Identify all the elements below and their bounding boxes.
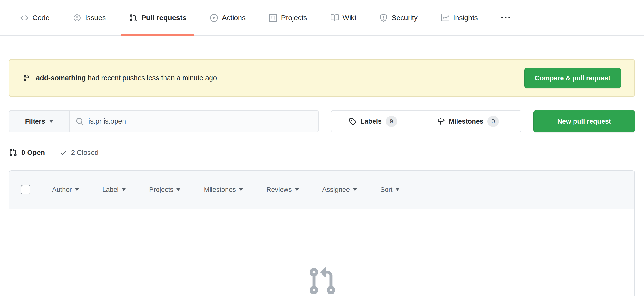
sort-filter[interactable]: Sort — [380, 186, 400, 194]
filters-dropdown-button[interactable]: Filters — [9, 110, 70, 132]
open-prs-link[interactable]: 0 Open — [9, 148, 45, 157]
new-pull-request-button[interactable]: New pull request — [534, 110, 635, 132]
triangle-down-icon — [295, 189, 299, 191]
pr-list-header: Author Label Projects Milestones Reviews… — [9, 171, 634, 209]
tab-actions[interactable]: Actions — [202, 0, 254, 35]
milestones-filter-label: Milestones — [204, 186, 236, 194]
labels-label: Labels — [360, 118, 382, 125]
closed-prs-link[interactable]: 2 Closed — [60, 149, 98, 157]
git-pull-request-icon — [307, 266, 337, 296]
empty-state — [307, 266, 337, 296]
tab-code[interactable]: Code — [12, 0, 58, 35]
book-icon — [331, 14, 338, 22]
label-filter-label: Label — [102, 186, 119, 194]
milestones-label: Milestones — [449, 118, 484, 125]
milestones-count-badge: 0 — [488, 116, 499, 127]
author-filter-label: Author — [52, 186, 72, 194]
milestones-button[interactable]: Milestones 0 — [415, 111, 521, 132]
labels-button[interactable]: Labels 9 — [331, 111, 415, 132]
tab-wiki[interactable]: Wiki — [323, 0, 364, 35]
sort-filter-label: Sort — [380, 186, 392, 194]
branch-name: add-something — [36, 74, 86, 82]
tab-projects[interactable]: Projects — [261, 0, 315, 35]
compare-pull-request-button[interactable]: Compare & pull request — [524, 68, 621, 88]
reviews-filter-label: Reviews — [266, 186, 292, 194]
triangle-down-icon — [396, 189, 400, 191]
projects-filter-label: Projects — [149, 186, 173, 194]
search-icon — [76, 117, 84, 125]
check-icon — [60, 149, 67, 156]
search-box — [70, 110, 319, 132]
nav-overflow-button[interactable] — [494, 0, 518, 35]
tab-pull-requests[interactable]: Pull requests — [121, 0, 194, 35]
assignee-filter-label: Assignee — [322, 186, 350, 194]
open-count-label: 0 Open — [21, 149, 45, 157]
git-pull-request-icon — [129, 14, 137, 22]
triangle-down-icon — [75, 189, 79, 191]
tab-insights[interactable]: Insights — [433, 0, 486, 35]
filters-label: Filters — [25, 118, 45, 125]
milestone-icon — [437, 118, 445, 125]
select-all-checkbox[interactable] — [21, 185, 30, 194]
tab-issues[interactable]: Issues — [65, 0, 114, 35]
kebab-horizontal-icon — [501, 13, 510, 22]
tab-actions-label: Actions — [222, 14, 246, 22]
tag-icon — [349, 118, 356, 125]
shield-icon — [380, 14, 388, 22]
recent-push-message: add-something had recent pushes less tha… — [23, 74, 217, 82]
tab-projects-label: Projects — [281, 14, 307, 22]
graph-icon — [441, 14, 449, 22]
tab-wiki-label: Wiki — [342, 14, 356, 22]
recent-push-banner: add-something had recent pushes less tha… — [9, 59, 635, 97]
assignee-filter[interactable]: Assignee — [322, 186, 357, 194]
pr-toolbar: Filters Labels 9 Milestones 0 New pull r… — [9, 110, 635, 132]
triangle-down-icon — [239, 189, 243, 191]
triangle-down-icon — [122, 189, 126, 191]
pull-requests-page: Code Issues Pull requests Actions Projec… — [0, 0, 644, 296]
chevron-down-icon — [49, 120, 54, 123]
tab-pull-requests-label: Pull requests — [141, 14, 186, 22]
tab-issues-label: Issues — [85, 14, 106, 22]
repo-nav: Code Issues Pull requests Actions Projec… — [0, 0, 644, 36]
git-branch-icon — [23, 74, 30, 82]
tab-security[interactable]: Security — [372, 0, 425, 35]
labels-milestones-group: Labels 9 Milestones 0 — [331, 110, 522, 132]
triangle-down-icon — [176, 189, 180, 191]
issues-search-input[interactable] — [88, 117, 312, 125]
tab-insights-label: Insights — [453, 14, 478, 22]
issue-states-row: 0 Open 2 Closed — [9, 145, 98, 160]
milestones-filter[interactable]: Milestones — [204, 186, 243, 194]
reviews-filter[interactable]: Reviews — [266, 186, 299, 194]
issue-opened-icon — [73, 14, 81, 22]
project-icon — [269, 14, 277, 22]
play-icon — [210, 14, 218, 22]
projects-filter[interactable]: Projects — [149, 186, 180, 194]
label-filter[interactable]: Label — [102, 186, 126, 194]
triangle-down-icon — [353, 189, 357, 191]
git-pull-request-icon — [9, 148, 17, 157]
tab-code-label: Code — [32, 14, 50, 22]
push-message-text: had recent pushes less than a minute ago — [88, 74, 217, 82]
code-icon — [20, 14, 28, 22]
author-filter[interactable]: Author — [52, 186, 79, 194]
closed-count-label: 2 Closed — [71, 149, 98, 157]
tab-security-label: Security — [392, 14, 418, 22]
labels-count-badge: 9 — [386, 116, 397, 127]
